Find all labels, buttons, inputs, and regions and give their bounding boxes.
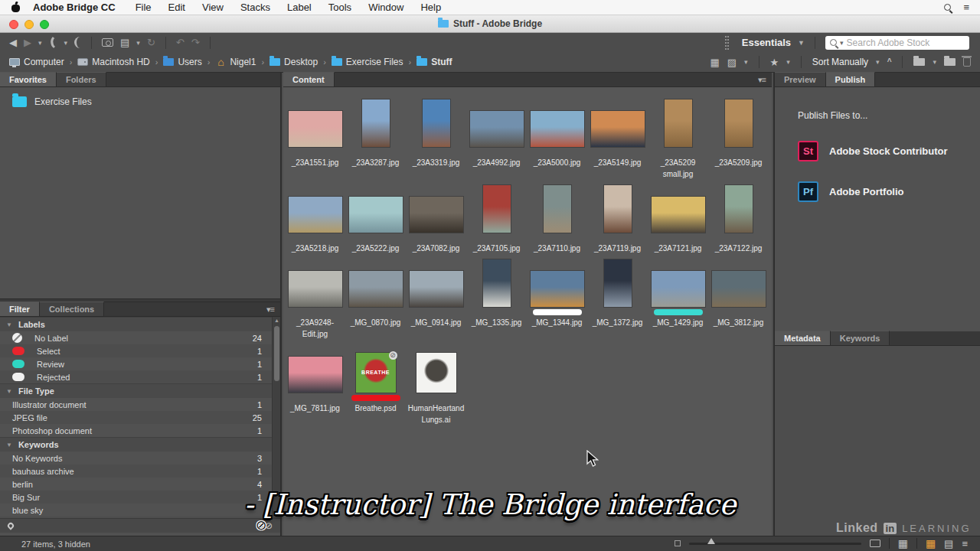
quality-caret-icon[interactable]: ▾ <box>744 58 748 66</box>
file-thumbnail[interactable] <box>289 357 342 393</box>
menu-item-view[interactable]: View <box>202 2 224 13</box>
file-cell[interactable]: _MG_1335.jpg <box>466 256 527 340</box>
tab-keywords[interactable]: Keywords <box>831 331 890 345</box>
file-thumbnail[interactable] <box>349 197 403 233</box>
rotate-left-icon[interactable]: ↶ <box>176 37 185 47</box>
file-cell[interactable]: _MG_1429.jpg <box>648 256 708 340</box>
file-cell[interactable]: _23A7082.jpg <box>406 182 466 254</box>
refine-sync-icon[interactable]: ↻ <box>147 37 155 47</box>
filter-row[interactable]: bauhaus archive1 <box>0 465 280 478</box>
file-cell[interactable]: _23A7110.jpg <box>527 182 587 254</box>
breadcrumb-item[interactable]: Nigel1 <box>215 57 256 67</box>
file-cell[interactable]: _23A5149.jpg <box>587 96 648 180</box>
recent-locations-caret-icon[interactable]: ▾ <box>38 39 42 47</box>
sort-caret-icon[interactable]: ▾ <box>876 58 880 66</box>
file-thumbnail[interactable] <box>289 271 342 307</box>
larger-thumbnails-icon[interactable] <box>870 540 880 547</box>
file-cell[interactable]: _23A7105.jpg <box>466 182 527 254</box>
open-recent-file-icon[interactable]: ▤ <box>120 37 129 47</box>
menu-list-icon[interactable]: ≡ <box>963 2 969 12</box>
filter-panel-menu-icon[interactable]: ▾≡ <box>260 305 280 316</box>
file-thumbnail[interactable] <box>604 185 632 233</box>
thumbnail-size-slider[interactable] <box>689 543 861 545</box>
file-thumbnail[interactable] <box>289 111 342 147</box>
menu-item-tools[interactable]: Tools <box>328 2 351 13</box>
file-cell[interactable]: _23A7122.jpg <box>708 182 769 254</box>
minimize-window-button[interactable] <box>24 20 34 29</box>
filter-row[interactable]: Review1 <box>0 357 280 370</box>
spotlight-search-icon[interactable] <box>944 4 951 11</box>
filter-row[interactable]: Rejected1 <box>0 370 280 383</box>
workspace-switcher[interactable]: Essentials <box>742 37 791 48</box>
menu-item-edit[interactable]: Edit <box>168 2 185 13</box>
get-photos-from-camera-icon[interactable] <box>102 38 113 47</box>
file-cell[interactable]: _MG_0870.jpg <box>345 256 406 340</box>
smaller-thumbnails-icon[interactable] <box>675 540 681 546</box>
file-cell[interactable]: _MG_7811.jpg <box>285 342 345 425</box>
search-input[interactable] <box>847 37 954 48</box>
rating-star-icon[interactable]: ★ <box>770 57 779 67</box>
file-thumbnail[interactable] <box>712 271 766 307</box>
filter-row[interactable]: Photoshop document1 <box>0 424 280 437</box>
scroll-up-icon[interactable]: ▲ <box>273 317 280 324</box>
tab-collections[interactable]: Collections <box>40 302 104 316</box>
boomerang-caret-icon[interactable]: ▾ <box>64 39 68 47</box>
publish-service[interactable]: PfAdobe Portfolio <box>798 181 980 202</box>
tab-metadata[interactable]: Metadata <box>775 331 831 345</box>
menu-item-window[interactable]: Window <box>368 2 403 13</box>
file-cell[interactable]: _23A5218.jpg <box>285 182 345 254</box>
sort-dropdown[interactable]: Sort Manually <box>812 57 868 67</box>
publish-service[interactable]: StAdobe Stock Contributor <box>798 141 980 161</box>
file-thumbnail[interactable] <box>725 185 753 233</box>
view-thumbnails-icon[interactable]: ▦ <box>926 538 936 549</box>
file-cell[interactable]: _23A9248-Edit.jpg <box>285 256 345 340</box>
view-details-icon[interactable]: ▤ <box>944 539 953 549</box>
boomerang-return-icon[interactable] <box>47 37 58 48</box>
open-recent-caret-icon[interactable]: ▾ <box>136 39 140 47</box>
tab-filter[interactable]: Filter <box>0 302 40 316</box>
menu-item-help[interactable]: Help <box>420 2 441 13</box>
menu-item-stacks[interactable]: Stacks <box>240 2 270 13</box>
file-cell[interactable]: _MG_0914.jpg <box>406 256 466 340</box>
file-cell[interactable]: _MG_1344.jpg <box>527 256 587 340</box>
reveal-arc-icon[interactable] <box>74 37 81 48</box>
filter-row[interactable]: Illustrator document1 <box>0 398 280 411</box>
file-thumbnail[interactable] <box>423 99 450 147</box>
open-folder-caret-icon[interactable]: ▾ <box>933 58 936 66</box>
new-folder-icon[interactable] <box>944 58 956 66</box>
search-scope-caret-icon[interactable]: ▾ <box>840 39 844 47</box>
filter-section-header[interactable]: ▼File Type <box>0 383 280 398</box>
filter-row[interactable]: JPEG file25 <box>0 411 280 424</box>
file-cell[interactable]: _23A4992.jpg <box>466 96 527 180</box>
workspace-grip-handle[interactable] <box>725 36 729 50</box>
app-menu-title[interactable]: Adobe Bridge CC <box>33 2 116 13</box>
apple-menu-icon[interactable] <box>11 2 21 12</box>
filter-row[interactable]: No Label24 <box>0 331 280 344</box>
sort-ascending-icon[interactable]: ^ <box>887 58 892 66</box>
open-folder-icon[interactable] <box>913 58 925 66</box>
file-cell[interactable]: _23A5209.jpg <box>708 96 769 180</box>
file-cell[interactable]: _23A5222.jpg <box>345 182 406 254</box>
file-thumbnail[interactable] <box>470 111 524 147</box>
file-thumbnail[interactable] <box>410 197 463 233</box>
file-cell[interactable]: _23A3287.jpg <box>345 96 406 180</box>
file-thumbnail[interactable] <box>349 271 403 307</box>
file-cell[interactable]: _23A5209 small.jpg <box>648 96 708 180</box>
file-thumbnail[interactable] <box>410 271 463 307</box>
file-thumbnail[interactable] <box>289 197 342 233</box>
zoom-window-button[interactable] <box>40 20 49 29</box>
file-cell[interactable]: HumanHeartandLungs.ai <box>406 342 466 425</box>
file-thumbnail[interactable] <box>604 259 632 307</box>
file-thumbnail[interactable] <box>652 271 705 307</box>
file-thumbnail[interactable] <box>483 259 511 307</box>
view-list-icon[interactable]: ≡ <box>962 539 968 549</box>
breadcrumb-item[interactable]: Desktop <box>270 57 318 67</box>
delete-trash-icon[interactable] <box>963 57 971 67</box>
file-cell[interactable]: _MG_1372.jpg <box>587 256 648 340</box>
grid-lock-icon[interactable]: ▦ <box>898 538 908 549</box>
tab-favorites[interactable]: Favorites <box>0 72 57 86</box>
menu-item-file[interactable]: File <box>136 2 152 13</box>
close-window-button[interactable] <box>9 20 18 29</box>
workspace-caret-icon[interactable]: ▼ <box>798 39 805 47</box>
tab-folders[interactable]: Folders <box>57 72 106 86</box>
